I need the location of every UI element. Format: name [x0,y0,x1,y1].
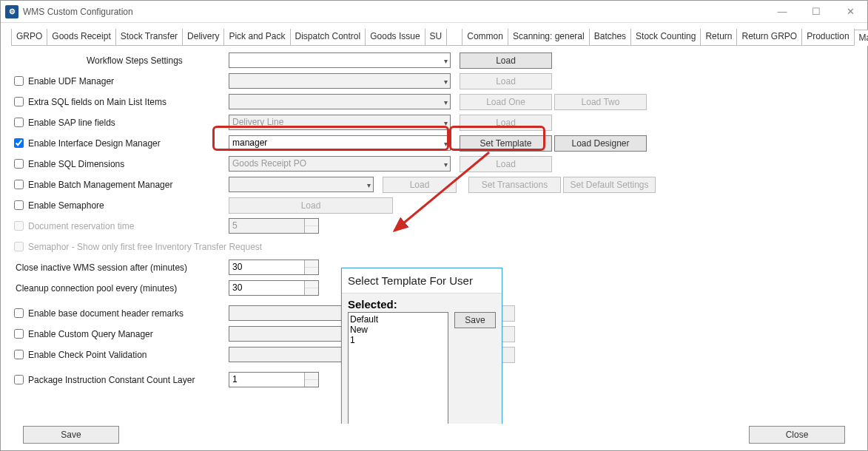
pkg-instr-label: Package Instruction Constant Count Layer [28,375,195,385]
content-panel: Workflow Steps Settings Load Enable UDF … [1,46,867,424]
tab-dispatch[interactable]: Dispatch Control [290,29,366,45]
tab-common[interactable]: Common [462,29,508,45]
interface-design-select[interactable]: manager [229,135,451,151]
semaphore-checkbox[interactable] [14,200,24,210]
tab-stock-counting[interactable]: Stock Counting [630,29,701,45]
save-button[interactable]: Save [23,426,119,444]
batch-mgmt-checkbox[interactable] [14,180,24,189]
tabs-row: GRPO Goods Receipt Stock Transfer Delive… [1,23,867,45]
cleanup-label: Cleanup connection pool every (minutes) [16,283,177,294]
semaphore-label: Enable Semaphore [28,200,104,211]
tab-production[interactable]: Production [801,29,854,45]
doc-res-checkbox [14,221,24,231]
workflow-steps-select[interactable] [229,52,451,68]
list-item[interactable]: New [350,325,446,335]
set-default-button: Set Default Settings [563,177,656,193]
close-button[interactable]: ✕ [833,1,867,22]
batch-load-button: Load [383,177,457,193]
doc-res-label: Document reservation time [28,221,134,231]
maximize-button[interactable]: ☐ [799,1,833,22]
extra-sql-select [229,94,451,109]
sap-line-checkbox[interactable] [14,118,24,127]
semaphore-load-button: Load [229,197,393,214]
footer: Save Close [1,424,867,450]
tab-stock-transfer[interactable]: Stock Transfer [115,29,183,45]
interface-design-checkbox[interactable] [14,138,24,148]
extra-sql-label: Extra SQL fields on Main List Items [28,97,166,107]
load-designer-button[interactable]: Load Designer [554,135,647,152]
set-template-button[interactable]: Set Template [460,135,552,152]
checkpoint-checkbox[interactable] [14,350,24,359]
sap-load-button: Load [460,115,552,131]
load-one-button: Load One [460,94,552,110]
sql-dimensions-checkbox[interactable] [14,159,24,169]
titlebar: ⚙ WMS Custom Configuration — ☐ ✕ [1,1,867,23]
udf-manager-label: Enable UDF Manager [28,76,114,87]
set-transactions-button: Set Transactions [468,177,561,193]
tab-goods-issue[interactable]: Goods Issue [365,29,425,45]
checkpoint-label: Enable Check Point Validation [28,350,147,360]
list-item[interactable]: 1 [350,335,446,345]
close-session-label: Close inactive WMS session after (minute… [16,262,187,273]
tab-return-grpo[interactable]: Return GRPO [736,29,802,45]
base-doc-label: Enable base document header remarks [28,308,184,319]
extra-sql-checkbox[interactable] [14,97,24,106]
close-main-button[interactable]: Close [749,426,845,444]
tab-pick-pack[interactable]: Pick and Pack [223,29,290,45]
tab-su[interactable]: SU [425,29,448,45]
popup-selected-label: Selected: [342,294,502,312]
pkg-instr-spinner[interactable]: 1 [229,372,319,387]
load-two-button: Load Two [554,94,647,110]
popup-title: Select Template For User [342,268,502,294]
sql-dimensions-label: Enable SQL Dimensions [28,159,124,169]
tab-scanning[interactable]: Scanning: general [508,29,590,45]
udf-manager-checkbox[interactable] [14,76,24,86]
semaphor-only-label: Semaphor - Show only first free Inventor… [28,242,262,252]
tab-goods-receipt[interactable]: Goods Receipt [47,29,115,45]
semaphor-only-checkbox [14,242,24,251]
template-listbox[interactable]: Default New 1 [348,312,448,424]
doc-res-spinner: 5 [229,218,319,234]
pkg-instr-checkbox[interactable] [14,375,24,384]
popup-save-button[interactable]: Save [454,312,496,328]
interface-design-label: Enable Interface Design Manager [28,138,161,149]
base-doc-checkbox[interactable] [14,308,24,318]
list-item[interactable]: Default [350,314,446,325]
batch-select [229,177,374,192]
udf-load-button: Load [460,73,552,89]
custom-query-checkbox[interactable] [14,329,24,339]
tab-batches[interactable]: Batches [589,29,631,45]
tab-return[interactable]: Return [700,29,737,45]
sql-dim-select: Goods Receipt PO [229,156,451,172]
sap-line-select: Delivery Line [229,115,451,130]
sap-line-label: Enable SAP line fields [28,118,115,128]
app-icon: ⚙ [5,5,18,18]
window-title: WMS Custom Configuration [23,7,133,17]
tab-manager[interactable]: Manager [854,30,868,46]
tab-grpo[interactable]: GRPO [11,29,47,45]
minimize-button[interactable]: — [765,1,799,22]
workflow-steps-label: Workflow Steps Settings [87,55,183,66]
cleanup-spinner[interactable]: 30 [229,280,319,296]
template-popup: Select Template For User Selected: Defau… [341,268,502,424]
tab-delivery[interactable]: Delivery [182,29,224,45]
custom-query-label: Enable Custom Query Manager [28,329,153,339]
udf-select [229,73,451,89]
workflow-load-button[interactable]: Load [460,52,552,69]
batch-mgmt-label: Enable Batch Management Manager [28,180,172,190]
close-session-spinner[interactable]: 30 [229,260,319,275]
sql-dim-load-button: Load [460,156,552,172]
